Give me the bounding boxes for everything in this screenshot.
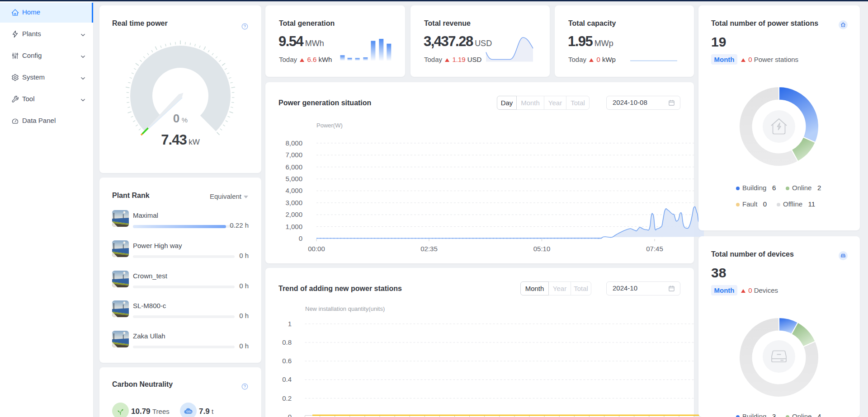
svg-text:0: 0 [288, 413, 292, 417]
svg-text:2,000: 2,000 [285, 211, 302, 218]
svg-text:07:45: 07:45 [646, 245, 663, 253]
svg-text:0: 0 [299, 234, 302, 242]
svg-text:00:00: 00:00 [308, 245, 325, 253]
svg-text:02:35: 02:35 [420, 245, 438, 253]
svg-text:3,000: 3,000 [285, 199, 302, 206]
svg-text:7,000: 7,000 [285, 151, 302, 159]
svg-text:5,000: 5,000 [285, 175, 302, 183]
svg-text:0.2: 0.2 [282, 394, 292, 402]
svg-text:1,000: 1,000 [285, 223, 302, 230]
svg-text:4,000: 4,000 [285, 187, 302, 194]
svg-text:1: 1 [288, 320, 292, 328]
svg-text:8,000: 8,000 [285, 139, 302, 147]
svg-text:CO₂: CO₂ [186, 410, 192, 413]
svg-text:6,000: 6,000 [285, 163, 302, 171]
svg-text:05:10: 05:10 [533, 245, 551, 253]
svg-text:0.4: 0.4 [282, 375, 292, 383]
svg-text:0.8: 0.8 [282, 338, 292, 346]
svg-text:0.6: 0.6 [282, 357, 292, 365]
